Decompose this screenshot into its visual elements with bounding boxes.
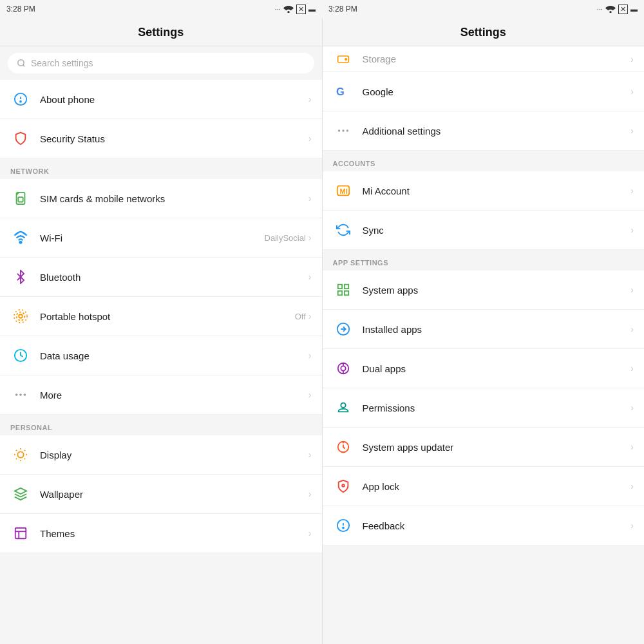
status-bar: 3:28 PM ··· ✕ ▬ 3:28 PM ··· ✕ ▬ — [0, 0, 644, 18]
security-status-text: Security Status › — [40, 133, 312, 144]
settings-item-wifi[interactable]: Wi-Fi DailySocial › — [0, 218, 322, 258]
settings-item-system-apps[interactable]: System apps › — [323, 270, 645, 310]
x-icon: ✕ — [296, 5, 306, 14]
svg-rect-35 — [344, 285, 348, 289]
right-panel: Settings Storage › G Google › — [323, 18, 645, 644]
feedback-label: Feedback — [363, 520, 631, 531]
svg-rect-36 — [337, 291, 341, 295]
svg-point-27 — [345, 58, 346, 60]
right-wifi-icon — [605, 5, 616, 13]
left-time: 3:28 PM — [6, 5, 35, 14]
signal-icon: ··· — [275, 5, 281, 13]
app-lock-chevron: › — [630, 481, 634, 491]
svg-text:MI: MI — [339, 187, 347, 195]
installed-apps-label: Installed apps — [363, 324, 631, 335]
accounts-section-label: ACCOUNTS — [323, 151, 645, 171]
settings-item-sim-cards[interactable]: SIM cards & mobile networks › — [0, 179, 322, 218]
settings-item-google[interactable]: G Google › — [323, 72, 645, 111]
themes-icon — [10, 523, 31, 544]
svg-line-24 — [24, 450, 25, 451]
settings-item-bluetooth[interactable]: Bluetooth › — [0, 258, 322, 297]
sim-cards-chevron: › — [308, 193, 312, 204]
settings-item-dual-apps[interactable]: Dual apps › — [323, 349, 645, 388]
permissions-label: Permissions — [363, 402, 631, 413]
search-bar[interactable]: Search settings — [8, 53, 314, 73]
svg-rect-34 — [337, 285, 341, 289]
panels-container: Settings Search settings About phone › — [0, 18, 644, 644]
mi-account-label: Mi Account — [363, 185, 631, 196]
bluetooth-label: Bluetooth — [40, 272, 308, 283]
settings-item-themes[interactable]: Themes › — [0, 514, 322, 553]
storage-text: Storage › — [363, 53, 634, 64]
system-apps-icon — [333, 279, 354, 300]
settings-item-installed-apps[interactable]: Installed apps › — [323, 310, 645, 349]
settings-item-wallpaper[interactable]: Wallpaper › — [0, 475, 322, 514]
sync-chevron: › — [630, 225, 634, 235]
settings-item-display[interactable]: Display › — [0, 435, 322, 475]
settings-item-permissions[interactable]: Permissions › — [323, 388, 645, 428]
updater-label: System apps updater — [363, 442, 631, 453]
dual-apps-chevron: › — [630, 363, 634, 374]
settings-item-more[interactable]: More › — [0, 375, 322, 415]
settings-item-sync[interactable]: Sync › — [323, 211, 645, 250]
app-lock-icon — [333, 476, 354, 497]
svg-rect-8 — [18, 197, 23, 202]
svg-point-49 — [343, 527, 344, 529]
google-chevron: › — [630, 86, 634, 97]
settings-item-additional[interactable]: Additional settings › — [323, 111, 645, 151]
right-status: 3:28 PM ··· ✕ ▬ — [322, 0, 644, 18]
additional-settings-text: Additional settings › — [363, 126, 634, 137]
partial-storage-item[interactable]: Storage › — [323, 46, 645, 72]
network-section-label: NETWORK — [0, 158, 322, 179]
wifi-value: DailySocial — [265, 233, 306, 243]
right-panel-title: Settings — [323, 18, 645, 46]
storage-icon — [333, 49, 354, 70]
feedback-icon — [333, 515, 354, 536]
settings-item-data-usage[interactable]: Data usage › — [0, 336, 322, 375]
about-phone-icon — [10, 89, 31, 109]
sync-icon — [333, 220, 354, 240]
left-panel-title: Settings — [0, 18, 322, 46]
about-phone-label: About phone — [40, 94, 308, 105]
hotspot-label: Portable hotspot — [40, 311, 295, 322]
feedback-text: Feedback › — [363, 520, 634, 531]
settings-item-updater[interactable]: System apps updater › — [323, 428, 645, 467]
svg-point-10 — [19, 314, 23, 318]
settings-item-mi-account[interactable]: MI Mi Account › — [323, 171, 645, 211]
mi-account-chevron: › — [630, 185, 634, 196]
more-chevron: › — [308, 390, 312, 400]
settings-item-hotspot[interactable]: Portable hotspot Off › — [0, 297, 322, 336]
security-status-chevron: › — [308, 133, 312, 144]
display-label: Display — [40, 450, 308, 460]
permissions-icon — [333, 397, 354, 418]
additional-settings-icon — [333, 120, 354, 141]
themes-text: Themes › — [40, 528, 312, 539]
mi-account-text: Mi Account › — [363, 185, 634, 196]
hotspot-icon — [10, 306, 31, 327]
app-settings-section-label: APP SETTINGS — [323, 250, 645, 270]
wifi-status-icon — [283, 5, 294, 13]
installed-apps-text: Installed apps › — [363, 324, 634, 335]
more-icon — [10, 384, 31, 405]
svg-line-19 — [16, 450, 17, 451]
search-icon — [17, 59, 26, 68]
svg-point-15 — [24, 393, 26, 396]
hotspot-text: Portable hotspot Off › — [40, 311, 312, 322]
svg-text:G: G — [336, 86, 345, 97]
settings-item-feedback[interactable]: Feedback › — [323, 506, 645, 545]
settings-item-about-phone[interactable]: About phone › — [0, 80, 322, 119]
settings-item-security-status[interactable]: Security Status › — [0, 119, 322, 158]
additional-settings-chevron: › — [630, 126, 634, 136]
right-signal-icon: ··· — [597, 5, 603, 13]
security-status-icon — [10, 128, 31, 149]
right-battery-icon: ▬ — [630, 5, 638, 13]
sync-text: Sync › — [363, 225, 634, 236]
wallpaper-chevron: › — [308, 489, 312, 499]
svg-rect-37 — [344, 291, 348, 295]
updater-text: System apps updater › — [363, 442, 634, 453]
svg-line-3 — [23, 65, 25, 67]
settings-item-app-lock[interactable]: App lock › — [323, 467, 645, 506]
data-usage-icon — [10, 345, 31, 366]
wifi-label: Wi-Fi — [40, 232, 265, 243]
dual-apps-label: Dual apps — [363, 363, 631, 374]
